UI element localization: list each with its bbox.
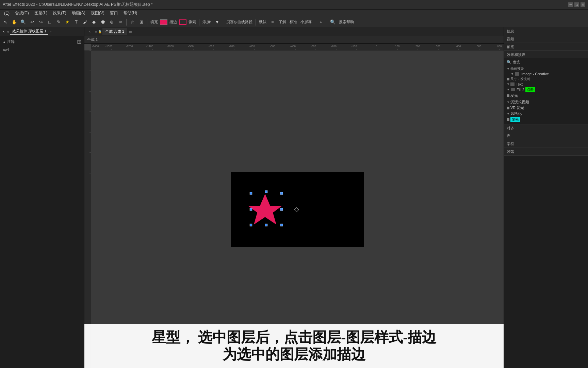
menu-view[interactable]: 视图(V): [88, 10, 107, 17]
anim-presets-collapse[interactable]: ▼: [507, 67, 510, 71]
audio-header[interactable]: 音频: [504, 35, 588, 43]
tool-star[interactable]: ★: [63, 18, 71, 26]
preview-label: 预览: [507, 44, 514, 49]
maximize-button[interactable]: □: [574, 2, 579, 7]
paragraph-header[interactable]: 段落: [504, 148, 588, 155]
menu-composition[interactable]: 合成(C): [12, 10, 32, 17]
svg-text:-500: -500: [270, 45, 276, 48]
separator-2: [147, 19, 147, 26]
menu-layer[interactable]: 图层(L): [32, 10, 50, 17]
ruler-left: 0 1 2 3 4 5: [84, 50, 91, 368]
vr-glow-item[interactable]: VR 发光: [507, 105, 585, 111]
effects-presets-section: 效果和预设 🔍 发光 ▼ 动画预设 ▼ Image - Creative: [504, 51, 588, 124]
fill-collapse[interactable]: ▼: [507, 88, 510, 91]
breadcrumb: 合成 1: [84, 36, 504, 44]
comp-tab-close[interactable]: ✕: [86, 28, 94, 36]
svg-marker-55: [248, 194, 282, 225]
composition-canvas[interactable]: [231, 172, 364, 247]
tool-puppet[interactable]: ⊕: [108, 18, 116, 26]
tool-star2[interactable]: ☆: [128, 18, 136, 26]
preview-header[interactable]: 预览: [504, 43, 588, 50]
size-glow-item[interactable]: 尺寸 - 发光树: [507, 76, 585, 82]
menu-help[interactable]: 帮助(H): [121, 10, 140, 17]
tool-text[interactable]: T: [72, 18, 80, 26]
img-creative-collapse[interactable]: ▼: [511, 72, 514, 76]
menu-bar: (E) 合成(C) 图层(L) 效果(T) 动画(A) 视图(V) 窗口 帮助(…: [0, 10, 588, 17]
immersive-collapse[interactable]: ▼: [507, 101, 510, 104]
vr-glow-label: VR 发光: [510, 105, 524, 110]
add-dropdown-btn[interactable]: ▼: [213, 18, 221, 26]
svg-text:600: 600: [497, 45, 502, 48]
comp-tab-menu[interactable]: ☰: [129, 29, 132, 34]
text-folder-icon: [510, 82, 514, 86]
tool-pen[interactable]: ✎: [54, 18, 63, 26]
svg-rect-62: [265, 224, 267, 226]
tool-hand[interactable]: ✋: [10, 18, 18, 26]
click-green-btn[interactable]: 点击: [525, 87, 535, 92]
fill-label-right: Fill 2: [517, 88, 524, 92]
collapse-arrow[interactable]: ▲: [3, 40, 6, 44]
animation-presets-item[interactable]: ▼ 动画预设: [507, 66, 585, 72]
effects-panel-tab[interactable]: 效果控件 形状图层 1: [10, 28, 48, 35]
minimize-button[interactable]: ─: [568, 2, 573, 7]
paragraph-label: 段落: [507, 149, 514, 154]
fill-item[interactable]: ▼ Fill 2 点击: [507, 87, 585, 93]
glow-sub-item[interactable]: 发光: [507, 93, 585, 98]
size-glow-icon: [507, 78, 509, 80]
tool-shape[interactable]: ⬟: [99, 18, 107, 26]
standard-label: 标准: [288, 19, 298, 25]
effects-presets-content: 🔍 发光 ▼ 动画预设 ▼ Image - Creative 尺寸 -: [504, 58, 588, 124]
default-label: 默认: [258, 19, 268, 25]
menu-window[interactable]: 窗口: [107, 10, 121, 17]
expand-toolbar-btn[interactable]: »: [317, 18, 325, 26]
tool-rotate[interactable]: ↩: [28, 18, 36, 26]
default-icon[interactable]: ≡: [268, 18, 277, 26]
tool-grid[interactable]: ⊞: [137, 18, 145, 26]
menu-edit[interactable]: (E): [1, 10, 12, 16]
effects-search-icon: 🔍: [507, 60, 511, 64]
folder-icon: [515, 72, 519, 76]
info-header[interactable]: 信息: [504, 27, 588, 35]
svg-rect-59: [250, 208, 252, 211]
wind-item[interactable]: ▼ 风格化: [507, 111, 585, 117]
immersive-video-item[interactable]: ▼ 沉浸式视频: [507, 99, 585, 105]
glow-cyan-btn[interactable]: 发光: [510, 117, 520, 122]
tool-undo2[interactable]: ↪: [37, 18, 45, 26]
panel-menu-icon[interactable]: »: [50, 30, 51, 33]
left-panel-close[interactable]: ✕: [1, 29, 6, 34]
comp-tab-icon: [95, 31, 97, 33]
svg-text:400: 400: [456, 45, 461, 48]
text-overlay: 星型， 选中图层后，点击图层-图层样式-描边 为选中的图层添加描边: [84, 324, 504, 368]
character-section: 字符: [504, 140, 588, 148]
search-toolbar-icon[interactable]: 🔍: [329, 18, 337, 26]
comp-tab-1[interactable]: 合成 合成 1: [102, 28, 127, 35]
menu-animation[interactable]: 动画(A): [69, 10, 88, 17]
tool-square[interactable]: □: [46, 18, 54, 26]
separator-1: [126, 19, 127, 26]
effects-search-text: 发光: [513, 60, 520, 65]
effects-presets-header[interactable]: 效果和预设: [504, 51, 588, 58]
fill-color-box[interactable]: [160, 19, 167, 25]
stroke-color-box[interactable]: [179, 19, 186, 25]
close-button[interactable]: ✕: [581, 2, 585, 7]
library-header[interactable]: 库: [504, 132, 588, 140]
tool-zoom[interactable]: 🔍: [19, 18, 27, 26]
understand-label: 了解: [277, 19, 288, 25]
tool-eraser[interactable]: ◆: [90, 18, 98, 26]
tool-arrow[interactable]: ↖: [1, 18, 10, 26]
annotation-expand-icon[interactable]: ⊞: [77, 39, 81, 45]
character-header[interactable]: 字符: [504, 140, 588, 148]
text-collapse[interactable]: ▼: [507, 82, 510, 86]
align-section: 对齐: [504, 124, 588, 132]
image-creative-label: Image - Creative: [521, 72, 549, 76]
menu-effects[interactable]: 效果(T): [50, 10, 69, 17]
tool-brush[interactable]: 🖌: [81, 18, 89, 26]
svg-text:-900: -900: [188, 45, 194, 48]
text-folder[interactable]: ▼ Text: [507, 82, 585, 87]
glow3-item[interactable]: 发光: [507, 117, 585, 123]
image-creative-folder[interactable]: ▼ Image - Creative: [507, 72, 585, 76]
wind-collapse[interactable]: ▼: [507, 112, 510, 116]
align-header[interactable]: 对齐: [504, 124, 588, 132]
toolbar: ↖ ✋ 🔍 ↩ ↪ □ ✎ ★ T 🖌 ◆ ⬟ ⊕ ≋ ☆ ⊞ 填充 描边 像素…: [0, 17, 588, 27]
tool-misc[interactable]: ≋: [116, 18, 125, 26]
